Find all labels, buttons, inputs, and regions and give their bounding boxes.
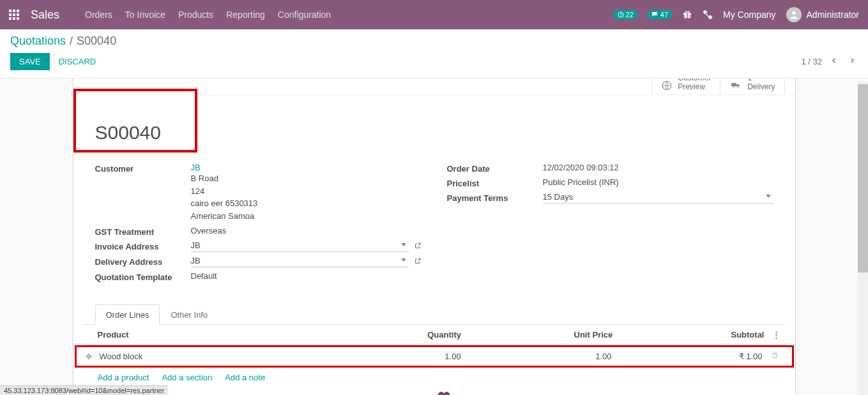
line-quantity[interactable]: 1.00 <box>310 352 461 361</box>
right-column: Order Date 12/02/2020 09:03:12 Pricelist… <box>447 163 773 286</box>
breadcrumb-current: S00040 <box>77 34 116 48</box>
save-button[interactable]: SAVE <box>10 53 50 70</box>
form-columns: Customer JB B Road 124 cairo eer 6530313… <box>84 163 785 286</box>
add-product-link[interactable]: Add a product <box>98 373 149 382</box>
col-unit-price: Unit Price <box>461 330 613 339</box>
external-link-icon[interactable] <box>414 242 422 251</box>
line-product[interactable]: Wood block <box>100 352 310 361</box>
customer-preview-button[interactable]: Customer Preview <box>651 78 720 94</box>
page-wrap: Customer Preview 1 Delivery S00040 Custo… <box>0 78 868 395</box>
customer-label: Customer <box>95 163 191 174</box>
top-navbar: Sales Orders To Invoice Products Reporti… <box>0 0 868 29</box>
activity-count: 22 <box>626 11 634 19</box>
scrollbar[interactable] <box>858 82 868 395</box>
app-brand[interactable]: Sales <box>31 8 59 22</box>
pager-prev-button[interactable] <box>828 54 840 70</box>
delivery-button[interactable]: 1 Delivery <box>720 78 784 94</box>
stat-bar: Customer Preview 1 Delivery <box>73 78 795 95</box>
top-right: 22 47 My Company Administrator <box>613 7 859 22</box>
addr-line2: 124 <box>191 185 422 198</box>
quotation-template-value: Default <box>191 271 422 281</box>
add-links: Add a product Add a section Add a note <box>84 368 785 385</box>
user-name: Administrator <box>807 10 859 20</box>
addr-line4: American Samoa <box>191 210 422 223</box>
svg-point-10 <box>737 86 739 88</box>
scrollbar-thumb[interactable] <box>858 84 868 272</box>
control-bar: Quotations / S00040 SAVE DISCARD 1 / 32 <box>0 29 868 78</box>
order-date-label: Order Date <box>447 163 543 174</box>
delivery-l2: Delivery <box>747 83 775 91</box>
discard-button[interactable]: DISCARD <box>59 57 96 66</box>
nav-reporting[interactable]: Reporting <box>226 10 265 20</box>
line-subtotal: ₹ 1.00 <box>612 352 763 361</box>
external-link-icon[interactable] <box>414 257 422 267</box>
addr-line3: cairo eer 6530313 <box>191 197 422 210</box>
tab-order-lines[interactable]: Order Lines <box>95 304 160 325</box>
tab-other-info[interactable]: Other Info <box>160 304 218 325</box>
highlight-box-row: ✥ Wood block 1.00 1.00 ₹ 1.00 <box>75 345 794 368</box>
svg-point-5 <box>688 11 690 13</box>
breadcrumb-sep: / <box>70 34 73 48</box>
customer-preview-l2: Preview <box>678 83 711 91</box>
add-note-link[interactable]: Add a note <box>225 373 265 382</box>
payment-terms-field[interactable]: 15 Days <box>543 192 773 204</box>
invoice-address-label: Invoice Address <box>95 241 191 251</box>
company-name[interactable]: My Company <box>723 10 775 20</box>
avatar-icon <box>786 7 802 22</box>
add-section-link[interactable]: Add a section <box>162 373 212 382</box>
apps-icon[interactable] <box>9 10 19 20</box>
drag-handle-icon[interactable]: ✥ <box>86 352 100 361</box>
gst-value: Overseas <box>191 226 422 235</box>
order-lines-header: Product Quantity Unit Price Subtotal ⋮ <box>84 325 785 345</box>
breadcrumb-root[interactable]: Quotations <box>10 34 66 48</box>
left-column: Customer JB B Road 124 cairo eer 6530313… <box>95 163 422 286</box>
breadcrumb: Quotations / S00040 <box>10 34 858 48</box>
customer-link[interactable]: JB <box>191 163 201 172</box>
truck-icon <box>729 80 742 93</box>
addr-line1: B Road <box>191 172 422 185</box>
gst-label: GST Treatment <box>95 226 191 237</box>
pager: 1 / 32 <box>801 54 858 70</box>
nav-links: Orders To Invoice Products Reporting Con… <box>85 10 613 20</box>
svg-point-6 <box>792 11 795 15</box>
cursor-heart-icon <box>436 390 452 395</box>
tabs: Order Lines Other Info <box>84 304 785 325</box>
svg-point-9 <box>733 86 735 88</box>
nav-products[interactable]: Products <box>178 10 213 20</box>
quotation-template-label: Quotation Template <box>95 271 191 282</box>
invoice-address-field[interactable]: JB <box>191 241 409 252</box>
form-sheet: Customer Preview 1 Delivery S00040 Custo… <box>73 78 796 395</box>
user-menu[interactable]: Administrator <box>786 7 859 22</box>
pricelist-value: Public Pricelist (INR) <box>543 177 773 187</box>
gift-icon[interactable] <box>682 10 692 20</box>
svg-rect-8 <box>731 83 736 86</box>
pricelist-label: Pricelist <box>447 177 543 188</box>
nav-configuration[interactable]: Configuration <box>278 10 331 20</box>
nav-orders[interactable]: Orders <box>85 10 112 20</box>
pager-text: 1 / 32 <box>801 57 822 66</box>
payment-terms-label: Payment Terms <box>447 192 543 203</box>
col-quantity: Quantity <box>310 330 461 339</box>
status-bar: 45.33.123.173:8083/web#id=10&model=res.p… <box>0 385 168 395</box>
activity-badge[interactable]: 22 <box>613 10 637 19</box>
tools-icon[interactable] <box>703 10 713 20</box>
order-number: S00040 <box>84 95 785 163</box>
kebab-icon[interactable]: ⋮ <box>764 330 784 339</box>
globe-icon <box>661 80 673 93</box>
line-unit-price[interactable]: 1.00 <box>461 352 612 361</box>
order-line-row[interactable]: ✥ Wood block 1.00 1.00 ₹ 1.00 <box>86 347 783 366</box>
pager-next-button[interactable] <box>846 54 858 70</box>
delivery-address-label: Delivery Address <box>95 256 191 267</box>
conversation-badge[interactable]: 47 <box>648 10 672 19</box>
order-date-value: 12/02/2020 09:03:12 <box>543 163 773 172</box>
col-product: Product <box>98 330 310 339</box>
conversation-count: 47 <box>660 11 668 19</box>
delivery-address-field[interactable]: JB <box>191 256 409 267</box>
svg-rect-3 <box>687 13 687 18</box>
col-subtotal: Subtotal <box>613 330 764 339</box>
svg-point-4 <box>685 11 687 13</box>
trash-icon[interactable] <box>762 351 782 362</box>
nav-to-invoice[interactable]: To Invoice <box>125 10 165 20</box>
